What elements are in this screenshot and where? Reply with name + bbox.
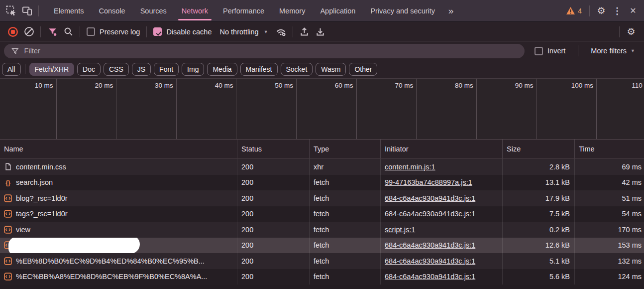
initiator-link[interactable]: 99-47163ba74c88997a.js:1 xyxy=(385,178,472,186)
preserve-log-checkbox[interactable]: Preserve log xyxy=(84,27,143,36)
filter-input-pill[interactable] xyxy=(4,44,525,58)
initiator-cell[interactable]: 684-c6a4ac930a941d3c.js:1 xyxy=(381,238,503,254)
chip-css[interactable]: CSS xyxy=(104,63,129,76)
chip-fetch-xhr[interactable]: Fetch/XHR xyxy=(29,63,74,76)
column-header-status[interactable]: Status xyxy=(237,140,310,158)
tab-performance[interactable]: Performance xyxy=(215,0,272,21)
table-row[interactable]: %EB%8D%B0%EC%9D%B4%ED%84%B0%EC%95%B...20… xyxy=(0,253,644,269)
network-settings-gear-icon[interactable]: ⚙ xyxy=(623,24,639,40)
tab-memory[interactable]: Memory xyxy=(272,0,313,21)
filter-toggle-icon[interactable] xyxy=(44,24,60,40)
checkbox[interactable] xyxy=(153,27,162,36)
search-icon[interactable] xyxy=(60,24,76,40)
table-row[interactable]: content.min.css200xhrcontent.min.js:12.8… xyxy=(0,159,644,175)
type-cell: xhr xyxy=(310,159,381,175)
initiator-link[interactable]: 684-c6a4ac930a941d3c.js:1 xyxy=(385,273,475,281)
close-devtools-icon[interactable]: ✕ xyxy=(625,3,641,19)
throttling-value: No throttling xyxy=(219,28,258,36)
filter-input[interactable] xyxy=(24,47,518,55)
timeline-tick-100-ms: 100 ms xyxy=(537,79,597,139)
request-name-cell[interactable]: blog?_rsc=1ld0r xyxy=(0,190,237,206)
request-name-cell[interactable]: tags?_rsc=1ld0r xyxy=(0,206,237,222)
initiator-link[interactable]: 684-c6a4ac930a941d3c.js:1 xyxy=(385,257,475,265)
tabbar-right-controls: 4 ⚙ ⋮ ✕ xyxy=(562,3,644,19)
table-row[interactable]: %EC%BB%A8%ED%8D%BC%EB%9F%B0%EC%8A%A...20… xyxy=(0,269,644,285)
divider xyxy=(80,26,80,37)
chip-wasm[interactable]: Wasm xyxy=(316,63,346,76)
size-cell: 5.6 kB xyxy=(503,269,575,285)
timeline-tick-70-ms: 70 ms xyxy=(357,79,417,139)
checkbox[interactable] xyxy=(535,47,543,55)
chip-img[interactable]: Img xyxy=(182,63,204,76)
initiator-link[interactable]: script.js:1 xyxy=(385,226,415,234)
initiator-cell[interactable]: 684-c6a4ac930a941d3c.js:1 xyxy=(381,206,503,222)
import-har-icon[interactable] xyxy=(297,24,313,40)
table-row[interactable]: view200fetchscript.js:10.2 kB170 ms xyxy=(0,222,644,238)
request-name-cell[interactable]: content.min.css xyxy=(0,159,237,175)
chip-doc[interactable]: Doc xyxy=(77,63,101,76)
device-toolbar-icon[interactable] xyxy=(19,3,35,19)
size-cell: 12.6 kB xyxy=(503,238,575,254)
redaction-blob xyxy=(8,238,140,254)
initiator-cell[interactable]: content.min.js:1 xyxy=(381,159,503,175)
checkbox[interactable] xyxy=(87,27,95,36)
chip-manifest[interactable]: Manifest xyxy=(240,63,278,76)
chip-media[interactable]: Media xyxy=(207,63,237,76)
initiator-link[interactable]: 684-c6a4ac930a941d3c.js:1 xyxy=(385,241,475,249)
initiator-cell[interactable]: 684-c6a4ac930a941d3c.js:1 xyxy=(381,269,503,285)
table-row[interactable]: blog?_rsc=1ld0r200fetch684-c6a4ac930a941… xyxy=(0,190,644,206)
request-name-cell[interactable]: view xyxy=(0,222,237,238)
column-header-time[interactable]: Time xyxy=(575,140,644,158)
settings-gear-icon[interactable]: ⚙ xyxy=(593,3,609,19)
column-header-type[interactable]: Type xyxy=(310,140,381,158)
request-name-cell[interactable]: %EC%BB%A8%ED%8D%BC%EB%9F%B0%EC%8A%A... xyxy=(0,269,237,285)
tab-elements[interactable]: Elements xyxy=(46,0,91,21)
invert-checkbox[interactable]: Invert xyxy=(532,47,568,55)
menu-dots-icon[interactable]: ⋮ xyxy=(609,3,625,19)
initiator-cell[interactable]: 684-c6a4ac930a941d3c.js:1 xyxy=(381,190,503,206)
request-name-cell[interactable] xyxy=(0,238,237,254)
disable-cache-checkbox[interactable]: Disable cache xyxy=(150,27,215,36)
initiator-cell[interactable]: script.js:1 xyxy=(381,222,503,238)
chip-all[interactable]: All xyxy=(2,63,21,76)
initiator-cell[interactable]: 99-47163ba74c88997a.js:1 xyxy=(381,175,503,191)
divider xyxy=(619,26,620,37)
request-name-cell[interactable]: %EB%8D%B0%EC%9D%B4%ED%84%B0%EC%95%B... xyxy=(0,253,237,269)
tab-privacy-and-security[interactable]: Privacy and security xyxy=(363,0,442,21)
chip-font[interactable]: Font xyxy=(154,63,179,76)
inspect-element-icon[interactable] xyxy=(3,3,19,19)
clear-network-log-icon[interactable] xyxy=(21,24,37,40)
column-header-size[interactable]: Size xyxy=(503,140,575,158)
initiator-cell[interactable]: 684-c6a4ac930a941d3c.js:1 xyxy=(381,253,503,269)
chip-socket[interactable]: Socket xyxy=(281,63,313,76)
table-row[interactable]: 200fetch684-c6a4ac930a941d3c.js:112.6 kB… xyxy=(0,238,644,254)
request-name: content.min.css xyxy=(16,163,66,171)
export-har-icon[interactable] xyxy=(313,24,328,40)
initiator-link[interactable]: 684-c6a4ac930a941d3c.js:1 xyxy=(385,194,475,202)
tab-application[interactable]: Application xyxy=(313,0,363,21)
request-name: search.json xyxy=(16,178,53,186)
column-header-name[interactable]: Name xyxy=(0,140,237,158)
chip-other[interactable]: Other xyxy=(349,63,377,76)
tab-sources[interactable]: Sources xyxy=(133,0,174,21)
warning-counter[interactable]: 4 xyxy=(562,6,586,15)
request-name-cell[interactable]: {}search.json xyxy=(0,175,237,191)
devtools-window: ElementsConsoleSourcesNetworkPerformance… xyxy=(0,0,644,289)
chip-js[interactable]: JS xyxy=(132,63,151,76)
initiator-link[interactable]: 684-c6a4ac930a941d3c.js:1 xyxy=(385,210,475,218)
initiator-link[interactable]: content.min.js:1 xyxy=(385,163,435,171)
table-row[interactable]: tags?_rsc=1ld0r200fetch684-c6a4ac930a941… xyxy=(0,206,644,222)
request-name: %EC%BB%A8%ED%8D%BC%EB%9F%B0%EC%8A%A... xyxy=(16,273,207,281)
column-header-initiator[interactable]: Initiator xyxy=(381,140,503,158)
tab-console[interactable]: Console xyxy=(91,0,132,21)
tab-network[interactable]: Network xyxy=(174,0,215,21)
record-network-log-icon[interactable] xyxy=(5,24,21,40)
more-filters-dropdown[interactable]: More filters ▼ xyxy=(588,47,638,55)
more-panels-icon[interactable]: » xyxy=(442,3,458,19)
table-row[interactable]: {}search.json200fetch99-47163ba74c88997a… xyxy=(0,175,644,191)
network-conditions-icon[interactable] xyxy=(273,24,289,40)
throttling-select[interactable]: No throttling ▼ xyxy=(215,28,273,36)
chevron-down-icon: ▼ xyxy=(631,48,635,53)
type-cell: fetch xyxy=(310,206,381,222)
network-overview-timeline[interactable]: 10 ms20 ms30 ms40 ms50 ms60 ms70 ms80 ms… xyxy=(0,79,644,140)
